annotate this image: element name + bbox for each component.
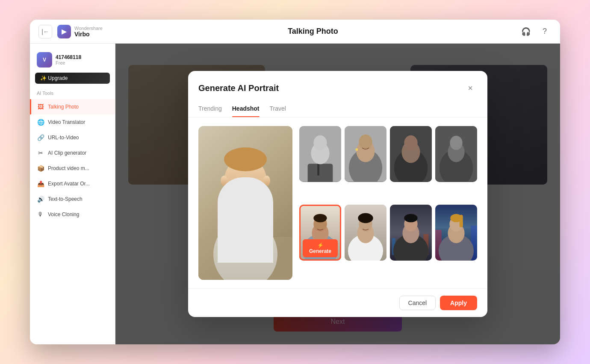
portrait-item-7[interactable] bbox=[390, 205, 432, 261]
plan-badge: Free bbox=[56, 60, 81, 65]
upgrade-button[interactable]: ✨ Upgrade bbox=[35, 73, 110, 84]
back-button[interactable]: |← bbox=[38, 25, 52, 38]
sidebar-item-talking-photo[interactable]: 🖼 Talking Photo bbox=[30, 99, 115, 114]
svg-point-4 bbox=[224, 147, 267, 171]
brand-line2: Virbo bbox=[74, 31, 103, 38]
portrait-svg-1 bbox=[299, 126, 341, 182]
url-to-video-icon: 🔗 bbox=[37, 134, 44, 141]
sidebar: V 417468118 Free ✨ Upgrade AI Tools 🖼 Ta… bbox=[30, 44, 115, 344]
main-area: Next Generate AI Portrait × Trending bbox=[115, 44, 560, 344]
portrait-item-4[interactable] bbox=[435, 126, 477, 182]
svg-rect-55 bbox=[460, 215, 463, 227]
generate-button[interactable]: ⚡ Generate bbox=[303, 239, 338, 257]
help-button[interactable]: ? bbox=[538, 25, 552, 38]
app-window: |← ▶ Wondershare Virbo Talking Photo 🎧 ?… bbox=[30, 20, 560, 344]
source-photo bbox=[198, 126, 292, 280]
portrait-item-3[interactable] bbox=[390, 126, 432, 182]
modal-header: Generate AI Portrait × bbox=[188, 71, 487, 102]
modal-content-area: ⚡ Generate bbox=[198, 126, 477, 280]
sidebar-section-label: AI Tools bbox=[30, 91, 115, 99]
modal-overlay: Generate AI Portrait × Trending Headshot… bbox=[115, 44, 560, 344]
svg-point-26 bbox=[404, 135, 417, 150]
source-photo-svg bbox=[198, 126, 292, 280]
sidebar-item-export-avatar[interactable]: 📤 Export Avatar Or... bbox=[30, 176, 115, 191]
user-info: 417468118 Free bbox=[56, 54, 81, 65]
svg-point-9 bbox=[243, 186, 248, 190]
sidebar-item-label-ai-clip: AI Clip generator bbox=[48, 150, 86, 156]
svg-point-8 bbox=[251, 179, 254, 182]
sidebar-item-label-voice-cloning: Voice Cloning bbox=[48, 211, 79, 217]
avatar: V bbox=[37, 52, 52, 68]
sidebar-item-voice-cloning[interactable]: 🎙 Voice Cloning bbox=[30, 207, 115, 222]
tab-travel[interactable]: Travel bbox=[270, 102, 286, 117]
sidebar-item-label-url-to-video: URL-to-Video bbox=[48, 135, 79, 141]
sidebar-item-product-video[interactable]: 📦 Product video m... bbox=[30, 161, 115, 176]
portrait-svg-6 bbox=[345, 205, 386, 261]
svg-rect-2 bbox=[240, 190, 251, 203]
svg-point-7 bbox=[238, 179, 241, 182]
back-icon: |← bbox=[41, 28, 49, 35]
modal-dialog: Generate AI Portrait × Trending Headshot… bbox=[188, 71, 487, 317]
portrait-item-2[interactable] bbox=[345, 126, 386, 182]
brand-name: Wondershare Virbo bbox=[74, 26, 103, 38]
sidebar-item-label-product-video: Product video m... bbox=[48, 165, 89, 171]
modal-tabs: Trending Headshot Travel bbox=[188, 102, 487, 117]
apply-button[interactable]: Apply bbox=[440, 296, 477, 310]
svg-point-17 bbox=[313, 135, 327, 150]
text-to-speech-icon: 🔊 bbox=[37, 195, 44, 203]
app-header: |← ▶ Wondershare Virbo Talking Photo 🎧 ? bbox=[30, 20, 560, 44]
product-video-icon: 📦 bbox=[37, 164, 44, 172]
sidebar-item-ai-clip-generator[interactable]: ✂ AI Clip generator bbox=[30, 145, 115, 161]
sidebar-item-url-to-video[interactable]: 🔗 URL-to-Video bbox=[30, 130, 115, 145]
close-button[interactable]: × bbox=[463, 81, 477, 95]
talking-photo-icon: 🖼 bbox=[37, 103, 44, 111]
generate-overlay-5: ⚡ Generate bbox=[299, 236, 341, 261]
svg-point-30 bbox=[450, 136, 462, 150]
modal-footer: Cancel Apply bbox=[188, 288, 487, 317]
portrait-svg-2 bbox=[345, 126, 386, 182]
svg-rect-15 bbox=[317, 163, 319, 175]
sidebar-item-text-to-speech[interactable]: 🔊 Text-to-Speech bbox=[30, 191, 115, 207]
portrait-item-1[interactable] bbox=[299, 126, 341, 182]
svg-point-5 bbox=[236, 178, 242, 182]
modal-body: ⚡ Generate bbox=[188, 117, 487, 288]
sidebar-item-label-tts: Text-to-Speech bbox=[48, 196, 83, 202]
sidebar-item-label-video-translator: Video Translator bbox=[48, 119, 85, 125]
svg-point-6 bbox=[249, 178, 255, 182]
modal-title: Generate AI Portrait bbox=[198, 83, 279, 93]
tab-headshot[interactable]: Headshot bbox=[232, 102, 260, 117]
portrait-item-8[interactable] bbox=[435, 205, 477, 261]
cancel-button[interactable]: Cancel bbox=[399, 296, 436, 310]
logo-icon: ▶ bbox=[57, 25, 71, 38]
headphone-button[interactable]: 🎧 bbox=[519, 25, 533, 38]
portrait-svg-4 bbox=[435, 126, 477, 182]
video-translator-icon: 🌐 bbox=[37, 118, 44, 126]
svg-point-10 bbox=[221, 176, 227, 186]
sidebar-item-label-export-avatar: Export Avatar Or... bbox=[48, 181, 90, 187]
export-avatar-icon: 📤 bbox=[37, 180, 44, 188]
brand-line1: Wondershare bbox=[74, 26, 103, 31]
portrait-item-5[interactable]: ⚡ Generate bbox=[299, 205, 341, 261]
svg-point-47 bbox=[404, 214, 417, 223]
page-title: Talking Photo bbox=[107, 27, 519, 36]
svg-point-21 bbox=[359, 135, 372, 150]
voice-cloning-icon: 🎙 bbox=[37, 211, 44, 218]
username: 417468118 bbox=[56, 54, 81, 60]
svg-rect-14 bbox=[308, 164, 333, 182]
portrait-svg-7 bbox=[390, 205, 432, 261]
portrait-grid: ⚡ Generate bbox=[299, 126, 477, 280]
tab-trending[interactable]: Trending bbox=[198, 102, 222, 117]
svg-rect-12 bbox=[198, 237, 292, 280]
app-content: V 417468118 Free ✨ Upgrade AI Tools 🖼 Ta… bbox=[30, 44, 560, 344]
svg-point-35 bbox=[313, 214, 327, 223]
svg-point-40 bbox=[358, 213, 373, 223]
sidebar-profile: V 417468118 Free bbox=[30, 49, 115, 73]
portrait-svg-8 bbox=[435, 205, 477, 261]
sidebar-item-video-translator[interactable]: 🌐 Video Translator bbox=[30, 114, 115, 130]
ai-clip-icon: ✂ bbox=[37, 149, 44, 157]
svg-point-22 bbox=[355, 148, 358, 151]
portrait-svg-3 bbox=[390, 126, 432, 182]
svg-point-11 bbox=[263, 176, 270, 186]
logo-symbol: ▶ bbox=[62, 27, 67, 35]
portrait-item-6[interactable] bbox=[345, 205, 386, 261]
